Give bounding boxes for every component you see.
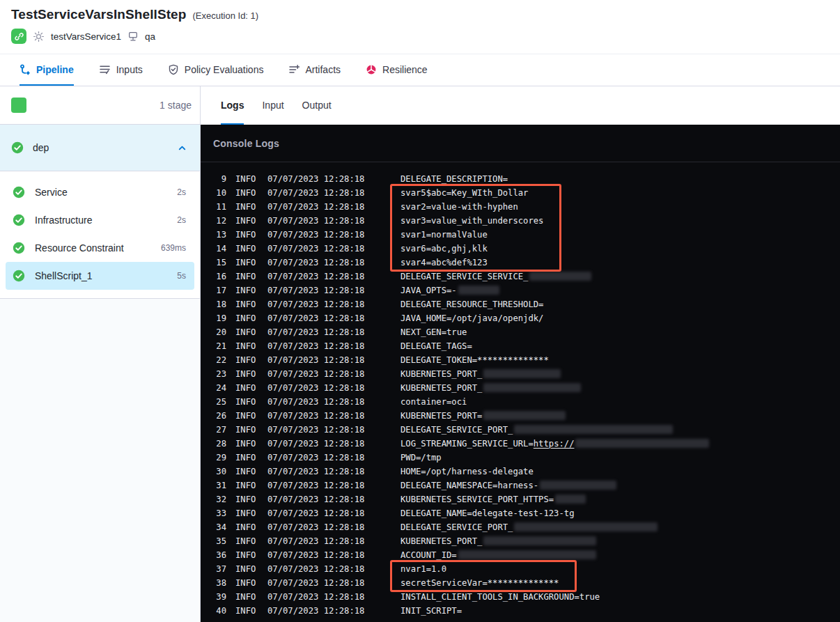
log-line-number: 31 [212,479,226,492]
log-message-text: DELEGATE_SERVICE_PORT_ [400,522,513,532]
log-message: nvar1=1.0 [400,562,446,576]
log-timestamp: 07/07/2023 12:28:18 [267,256,366,270]
log-message-text: DELEGATE_SERVICE_SERVICE_ [400,272,528,281]
log-level: INFO [235,172,256,186]
log-level: INFO [235,590,256,604]
log-message-text: KUBERNETES_PORT_ [400,383,482,393]
step-row[interactable]: ShellScript_1 5s [6,262,194,290]
step-duration: 5s [177,271,186,281]
log-message-link[interactable]: https:// [534,439,575,449]
log-message-text: PWD=/tmp [400,453,442,462]
log-row: 13 INFO 07/07/2023 12:28:18 svar1=normal… [201,228,840,242]
console-header: Console Logs [201,125,840,162]
log-message: DELEGATE_TAGS= [400,339,472,353]
log-message-text: DELEGATE_TOKEN=************** [400,355,549,365]
log-message-text: DELEGATE_NAME=delegate-test-123-tg [400,508,574,518]
log-message-text: KUBERNETES_SERVICE_PORT_HTTPS= [400,495,554,504]
step-name: ShellScript_1 [35,270,167,281]
log-line-number: 30 [212,465,226,479]
log-row: 23 INFO 07/07/2023 12:28:18 KUBERNETES_P… [201,367,840,381]
log-message-text: KUBERNETES_PORT= [400,411,482,421]
log-row: 40 INFO 07/07/2023 12:28:18 INIT_SCRIPT= [201,604,840,618]
log-message: secretServiceVar=************** [400,576,559,590]
chevron-up-icon[interactable] [177,143,187,153]
step-row[interactable]: Infrastructure 2s [6,206,194,234]
log-timestamp: 07/07/2023 12:28:18 [267,270,366,283]
log-row: 37 INFO 07/07/2023 12:28:18 nvar1=1.0 [201,562,840,576]
log-message-text: DELEGATE_NAMESPACE=harness- [400,481,538,490]
log-message-text: LOG_STREAMING_SERVICE_URL= [400,439,534,449]
log-message-text: DELEGATE_TAGS= [400,341,472,351]
log-level: INFO [235,604,256,618]
artifacts-icon [288,64,300,75]
tab-pipeline[interactable]: Pipeline [20,54,74,86]
log-line-number: 40 [212,604,226,618]
log-tab-bar: Logs Input Output [201,86,840,125]
tab-artifacts[interactable]: Artifacts [288,54,341,86]
redacted-text [458,286,499,295]
log-message: NEXT_GEN=true [400,325,467,339]
redacted-text [555,495,586,504]
tab-inputs[interactable]: Inputs [99,54,143,86]
log-line-number: 22 [212,353,226,367]
log-message: DELEGATE_SERVICE_PORT_ [400,520,658,534]
log-level: INFO [235,562,256,576]
stage-group-dep[interactable]: dep [0,125,200,171]
log-timestamp: 07/07/2023 12:28:18 [267,520,366,534]
log-level: INFO [235,451,256,465]
log-message-text: KUBERNETES_PORT_ [400,536,482,546]
log-line-number: 23 [212,367,226,381]
log-tab-input[interactable]: Input [262,86,283,125]
log-level: INFO [235,228,256,242]
log-list[interactable]: 9 INFO 07/07/2023 12:28:18 DELEGATE_DESC… [201,162,840,622]
page-title: TestServiceVarsInShellStep [11,7,186,22]
log-message-text: INSTALL_CLIENT_TOOLS_IN_BACKGROUND=true [400,592,600,602]
log-row: 26 INFO 07/07/2023 12:28:18 KUBERNETES_P… [201,409,840,423]
log-message-text: INIT_SCRIPT= [400,606,462,616]
log-row: 31 INFO 07/07/2023 12:28:18 DELEGATE_NAM… [201,479,840,492]
environment-name[interactable]: qa [145,31,155,42]
tab-policy-evaluations[interactable]: Policy Evaluations [168,54,264,86]
log-message: KUBERNETES_SERVICE_PORT_HTTPS= [400,492,586,506]
log-timestamp: 07/07/2023 12:28:18 [267,576,366,590]
log-tab-output[interactable]: Output [302,86,332,125]
title-row: TestServiceVarsInShellStep (Execution Id… [11,7,829,22]
console-panel[interactable]: Console Logs 9 INFO 07/07/2023 12:28:18 … [201,125,840,622]
log-line-number: 26 [212,409,226,423]
log-message: DELEGATE_SERVICE_PORT_ [400,423,673,437]
log-row: 24 INFO 07/07/2023 12:28:18 KUBERNETES_P… [201,381,840,395]
execution-header: TestServiceVarsInShellStep (Execution Id… [0,0,840,54]
log-tab-logs[interactable]: Logs [221,86,244,125]
step-row[interactable]: Service 2s [6,178,194,206]
log-level: INFO [235,270,256,283]
log-level: INFO [235,409,256,423]
log-line-number: 27 [212,423,226,437]
log-row: 17 INFO 07/07/2023 12:28:18 JAVA_OPTS=- [201,283,840,297]
step-row[interactable]: Resource Constraint 639ms [6,234,194,262]
check-circle-icon [13,214,25,226]
step-duration: 639ms [161,243,186,253]
log-timestamp: 07/07/2023 12:28:18 [267,339,366,353]
tab-resilience[interactable]: Resilience [366,54,428,86]
log-row: 30 INFO 07/07/2023 12:28:18 HOME=/opt/ha… [201,465,840,479]
log-level: INFO [235,297,256,311]
log-message-text: svar6=abc,ghj,klk [400,244,488,254]
log-message: svar1=normalValue [400,228,488,242]
log-message-text: DELEGATE_DESCRIPTION= [400,174,508,184]
log-row: 35 INFO 07/07/2023 12:28:18 KUBERNETES_P… [201,534,840,548]
log-message-text: nvar1=1.0 [400,564,446,574]
log-row: 15 INFO 07/07/2023 12:28:18 svar4=abc%de… [201,256,840,270]
log-message-text: JAVA_HOME=/opt/java/openjdk/ [400,313,543,323]
log-message: KUBERNETES_PORT_ [400,381,581,395]
log-message: svar3=value_with_underscores [400,214,543,228]
log-row: 18 INFO 07/07/2023 12:28:18 DELEGATE_RES… [201,297,840,311]
log-timestamp: 07/07/2023 12:28:18 [267,548,366,562]
service-name[interactable]: testVarsService1 [51,31,121,42]
log-message-text: svar2=value-with-hyphen [400,202,518,212]
redacted-text [514,425,673,434]
log-message: svar6=abc,ghj,klk [400,242,488,256]
app-root: TestServiceVarsInShellStep (Execution Id… [0,0,840,622]
log-timestamp: 07/07/2023 12:28:18 [267,381,366,395]
log-level: INFO [235,520,256,534]
log-row: 25 INFO 07/07/2023 12:28:18 container=oc… [201,395,840,409]
